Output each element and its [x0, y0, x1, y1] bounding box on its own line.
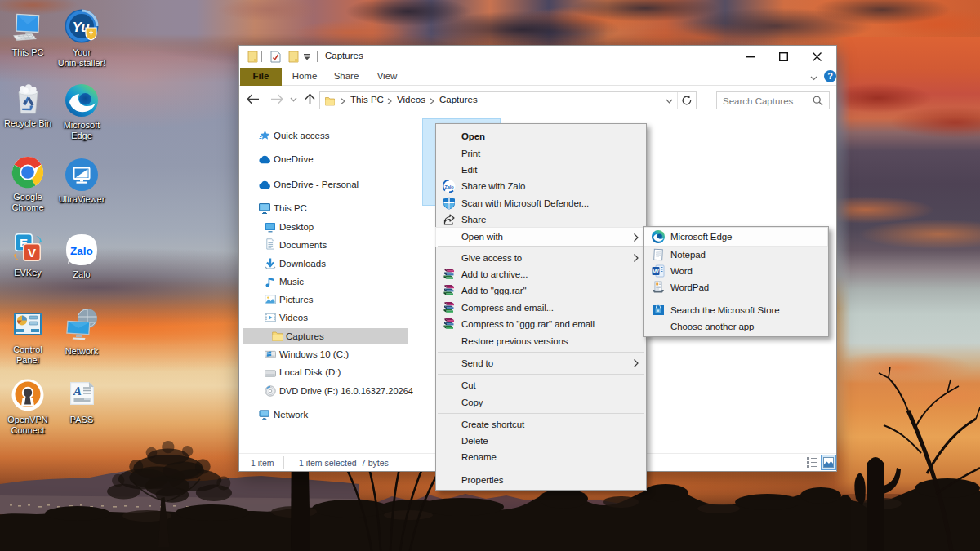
- svg-text:A: A: [73, 384, 82, 398]
- svg-text:W: W: [653, 268, 659, 275]
- svg-text:Zalo: Zalo: [70, 245, 93, 257]
- svg-text:V: V: [28, 246, 36, 260]
- svg-text:Zalo: Zalo: [445, 184, 455, 189]
